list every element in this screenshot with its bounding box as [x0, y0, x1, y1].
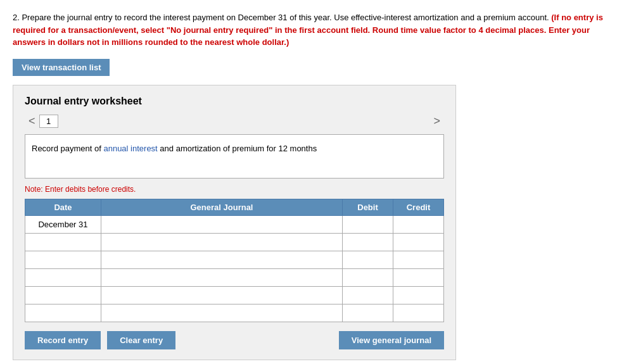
- credit-input[interactable]: [396, 272, 441, 283]
- credit-cell[interactable]: [393, 215, 444, 233]
- debit-cell[interactable]: [343, 251, 393, 268]
- table-row: [25, 251, 444, 268]
- clear-entry-button[interactable]: Clear entry: [107, 331, 175, 349]
- debit-input[interactable]: [345, 219, 390, 230]
- credit-cell[interactable]: [393, 233, 444, 251]
- date-cell: [25, 304, 101, 322]
- date-cell: December 31: [25, 215, 101, 233]
- date-cell: [25, 251, 101, 268]
- credit-cell[interactable]: [393, 251, 444, 268]
- debit-input[interactable]: [345, 254, 390, 265]
- journal-input[interactable]: [104, 254, 340, 265]
- worksheet-container: Journal entry worksheet < 1 > Record pay…: [13, 85, 456, 360]
- journal-cell[interactable]: [101, 233, 343, 251]
- credit-input[interactable]: [396, 290, 441, 301]
- page-container: 2. Prepare the journal entry to record t…: [0, 0, 636, 364]
- journal-cell[interactable]: [101, 304, 343, 322]
- description-box: Record payment of annual interest and am…: [25, 134, 444, 179]
- table-row: [25, 268, 444, 286]
- table-row: [25, 286, 444, 304]
- debit-cell[interactable]: [343, 233, 393, 251]
- debit-input[interactable]: [345, 290, 390, 301]
- journal-input[interactable]: [104, 219, 340, 230]
- table-row: [25, 304, 444, 322]
- view-transaction-button[interactable]: View transaction list: [13, 59, 110, 76]
- journal-input[interactable]: [104, 290, 340, 301]
- record-entry-button[interactable]: Record entry: [25, 331, 101, 349]
- col-header-credit: Credit: [393, 199, 444, 215]
- button-row: Record entry Clear entry View general jo…: [25, 331, 444, 349]
- description-blue-text: annual interest: [103, 144, 157, 153]
- col-header-date: Date: [25, 199, 101, 215]
- next-tab-arrow[interactable]: >: [429, 115, 444, 128]
- note-text: Note: Enter debits before credits.: [25, 185, 444, 194]
- journal-input[interactable]: [104, 237, 340, 248]
- prev-tab-arrow[interactable]: <: [25, 115, 39, 128]
- view-general-journal-button[interactable]: View general journal: [339, 331, 444, 349]
- debit-cell[interactable]: [343, 268, 393, 286]
- instructions: 2. Prepare the journal entry to record t…: [13, 11, 621, 49]
- debit-input[interactable]: [345, 272, 390, 283]
- credit-input[interactable]: [396, 237, 441, 248]
- journal-cell[interactable]: [101, 251, 343, 268]
- debit-input[interactable]: [345, 237, 390, 248]
- debit-cell[interactable]: [343, 304, 393, 322]
- journal-input[interactable]: [104, 308, 340, 318]
- debit-cell[interactable]: [343, 286, 393, 304]
- credit-cell[interactable]: [393, 268, 444, 286]
- debit-input[interactable]: [345, 308, 390, 318]
- credit-input[interactable]: [396, 219, 441, 230]
- col-header-journal: General Journal: [101, 199, 343, 215]
- credit-input[interactable]: [396, 254, 441, 265]
- journal-cell[interactable]: [101, 286, 343, 304]
- col-header-debit: Debit: [343, 199, 393, 215]
- instruction-text-plain: 2. Prepare the journal entry to record t…: [13, 13, 549, 22]
- journal-table: Date General Journal Debit Credit Decemb…: [25, 199, 444, 322]
- journal-cell[interactable]: [101, 268, 343, 286]
- journal-input[interactable]: [104, 272, 340, 283]
- credit-input[interactable]: [396, 308, 441, 318]
- date-cell: [25, 286, 101, 304]
- tab-navigation: < 1 >: [25, 115, 444, 128]
- date-cell: [25, 268, 101, 286]
- debit-cell[interactable]: [343, 215, 393, 233]
- date-cell: [25, 233, 101, 251]
- table-row: [25, 233, 444, 251]
- worksheet-title: Journal entry worksheet: [25, 96, 444, 107]
- journal-cell[interactable]: [101, 215, 343, 233]
- tab-number[interactable]: 1: [39, 115, 58, 128]
- credit-cell[interactable]: [393, 304, 444, 322]
- credit-cell[interactable]: [393, 286, 444, 304]
- table-row: December 31: [25, 215, 444, 233]
